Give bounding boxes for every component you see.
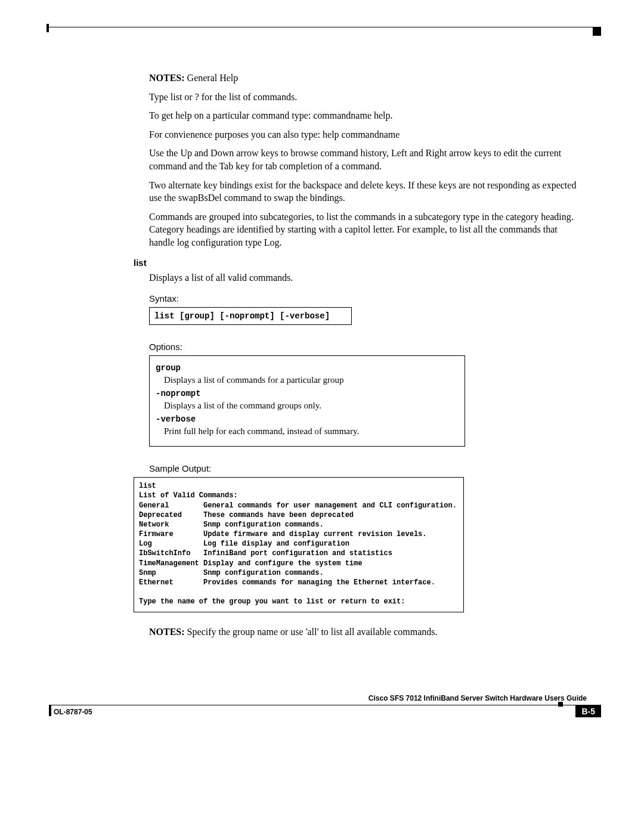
paragraph: Two alternate key bindings exist for the… (149, 179, 584, 205)
content-area: NOTES: General Help Type list or ? for t… (134, 72, 584, 638)
syntax-text: list [group] [-noprompt] [-verbose] (154, 311, 330, 321)
paragraph: Commands are grouped into subcategories,… (149, 210, 584, 249)
option-desc-noprompt: Displays a list of the command groups on… (164, 401, 459, 411)
notes-label: NOTES: (149, 73, 185, 83)
options-box: group Displays a list of commands for a … (149, 355, 465, 447)
notes-heading: NOTES: General Help (149, 72, 584, 85)
sample-output-text: list List of Valid Commands: General Gen… (139, 481, 459, 606)
top-rule (49, 27, 601, 27)
page: NOTES: General Help Type list or ? for t… (0, 0, 644, 833)
option-name-verbose: -verbose (156, 414, 459, 424)
footer: Cisco SFS 7012 InfiniBand Server Switch … (49, 705, 601, 719)
option-name-group: group (156, 363, 459, 373)
footer-row: OL-8787-05 B-5 (49, 705, 601, 719)
paragraph: For convienence purposes you can also ty… (149, 128, 584, 141)
page-number-badge: B-5 (575, 705, 601, 717)
syntax-label: Syntax: (149, 293, 584, 304)
paragraph: Type list or ? for the list of commands. (149, 91, 584, 104)
sample-output-label: Sample Output: (149, 463, 584, 473)
option-name-noprompt: -noprompt (156, 389, 459, 398)
notes-title: General Help (185, 73, 239, 83)
notes-label-2: NOTES: (149, 627, 185, 637)
notes-bottom: NOTES: Specify the group name or use 'al… (149, 625, 584, 639)
footer-title: Cisco SFS 7012 InfiniBand Server Switch … (369, 694, 587, 702)
option-desc-group: Displays a list of commands for a partic… (164, 375, 459, 385)
syntax-box: list [group] [-noprompt] [-verbose] (149, 307, 352, 325)
notes-text-2: Specify the group name or use 'all' to l… (185, 627, 438, 637)
options-label: Options: (149, 342, 584, 352)
option-desc-verbose: Print full help for each command, instea… (164, 426, 459, 436)
footer-doc-number: OL-8787-05 (54, 708, 92, 716)
list-description: Displays a list of all valid commands. (149, 271, 584, 284)
crop-mark-left (47, 24, 49, 32)
paragraph: To get help on a particular command type… (149, 109, 584, 122)
footer-tick-icon (49, 705, 51, 716)
crop-mark-right (593, 27, 601, 36)
paragraph: Use the Up and Down arrow keys to browse… (149, 147, 584, 172)
list-heading: list (134, 258, 584, 268)
sample-output-box: list List of Valid Commands: General Gen… (134, 477, 464, 612)
